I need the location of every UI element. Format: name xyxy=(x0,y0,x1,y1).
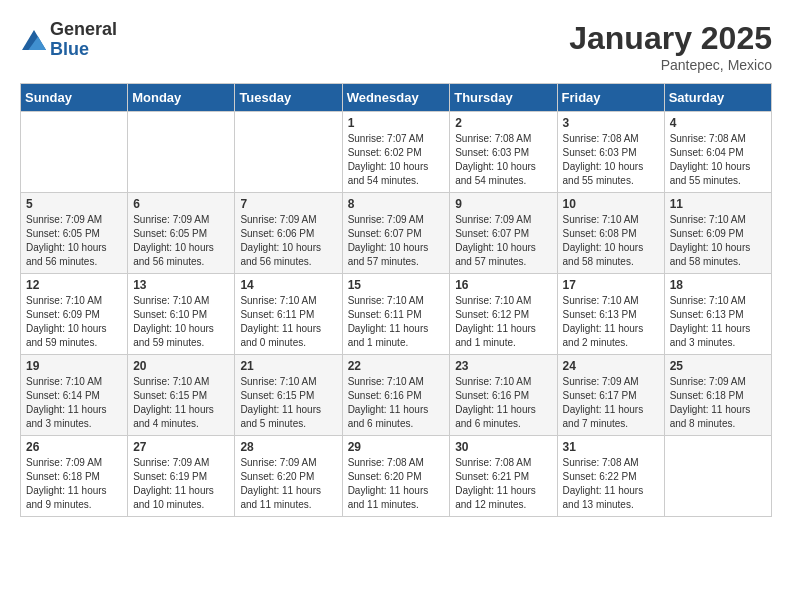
day-number: 2 xyxy=(455,116,551,130)
day-info: Sunrise: 7:09 AM Sunset: 6:19 PM Dayligh… xyxy=(133,456,229,512)
day-info: Sunrise: 7:09 AM Sunset: 6:17 PM Dayligh… xyxy=(563,375,659,431)
day-info: Sunrise: 7:10 AM Sunset: 6:11 PM Dayligh… xyxy=(348,294,445,350)
calendar-cell: 13Sunrise: 7:10 AM Sunset: 6:10 PM Dayli… xyxy=(128,274,235,355)
calendar-week-1: 1Sunrise: 7:07 AM Sunset: 6:02 PM Daylig… xyxy=(21,112,772,193)
calendar-week-5: 26Sunrise: 7:09 AM Sunset: 6:18 PM Dayli… xyxy=(21,436,772,517)
calendar-week-3: 12Sunrise: 7:10 AM Sunset: 6:09 PM Dayli… xyxy=(21,274,772,355)
day-info: Sunrise: 7:07 AM Sunset: 6:02 PM Dayligh… xyxy=(348,132,445,188)
day-number: 9 xyxy=(455,197,551,211)
day-number: 28 xyxy=(240,440,336,454)
weekday-header-wednesday: Wednesday xyxy=(342,84,450,112)
calendar-cell: 15Sunrise: 7:10 AM Sunset: 6:11 PM Dayli… xyxy=(342,274,450,355)
day-info: Sunrise: 7:09 AM Sunset: 6:05 PM Dayligh… xyxy=(26,213,122,269)
calendar-cell: 29Sunrise: 7:08 AM Sunset: 6:20 PM Dayli… xyxy=(342,436,450,517)
logo-blue-text: Blue xyxy=(50,40,117,60)
calendar-cell: 31Sunrise: 7:08 AM Sunset: 6:22 PM Dayli… xyxy=(557,436,664,517)
day-number: 23 xyxy=(455,359,551,373)
calendar-cell: 7Sunrise: 7:09 AM Sunset: 6:06 PM Daylig… xyxy=(235,193,342,274)
day-number: 11 xyxy=(670,197,766,211)
day-info: Sunrise: 7:10 AM Sunset: 6:15 PM Dayligh… xyxy=(133,375,229,431)
calendar-body: 1Sunrise: 7:07 AM Sunset: 6:02 PM Daylig… xyxy=(21,112,772,517)
calendar-header: SundayMondayTuesdayWednesdayThursdayFrid… xyxy=(21,84,772,112)
calendar-cell xyxy=(21,112,128,193)
day-info: Sunrise: 7:08 AM Sunset: 6:04 PM Dayligh… xyxy=(670,132,766,188)
day-number: 17 xyxy=(563,278,659,292)
day-info: Sunrise: 7:09 AM Sunset: 6:20 PM Dayligh… xyxy=(240,456,336,512)
day-number: 15 xyxy=(348,278,445,292)
calendar-cell: 10Sunrise: 7:10 AM Sunset: 6:08 PM Dayli… xyxy=(557,193,664,274)
calendar-cell: 6Sunrise: 7:09 AM Sunset: 6:05 PM Daylig… xyxy=(128,193,235,274)
day-number: 20 xyxy=(133,359,229,373)
day-info: Sunrise: 7:09 AM Sunset: 6:07 PM Dayligh… xyxy=(455,213,551,269)
weekday-header-thursday: Thursday xyxy=(450,84,557,112)
day-number: 16 xyxy=(455,278,551,292)
location-title: Pantepec, Mexico xyxy=(569,57,772,73)
calendar-cell: 16Sunrise: 7:10 AM Sunset: 6:12 PM Dayli… xyxy=(450,274,557,355)
day-number: 26 xyxy=(26,440,122,454)
day-number: 13 xyxy=(133,278,229,292)
calendar-cell: 5Sunrise: 7:09 AM Sunset: 6:05 PM Daylig… xyxy=(21,193,128,274)
weekday-header-sunday: Sunday xyxy=(21,84,128,112)
weekday-header-row: SundayMondayTuesdayWednesdayThursdayFrid… xyxy=(21,84,772,112)
weekday-header-saturday: Saturday xyxy=(664,84,771,112)
day-info: Sunrise: 7:10 AM Sunset: 6:15 PM Dayligh… xyxy=(240,375,336,431)
calendar-week-2: 5Sunrise: 7:09 AM Sunset: 6:05 PM Daylig… xyxy=(21,193,772,274)
day-info: Sunrise: 7:09 AM Sunset: 6:18 PM Dayligh… xyxy=(670,375,766,431)
calendar-cell: 28Sunrise: 7:09 AM Sunset: 6:20 PM Dayli… xyxy=(235,436,342,517)
day-number: 30 xyxy=(455,440,551,454)
day-number: 21 xyxy=(240,359,336,373)
calendar-cell: 19Sunrise: 7:10 AM Sunset: 6:14 PM Dayli… xyxy=(21,355,128,436)
calendar-cell xyxy=(235,112,342,193)
day-info: Sunrise: 7:10 AM Sunset: 6:14 PM Dayligh… xyxy=(26,375,122,431)
day-info: Sunrise: 7:09 AM Sunset: 6:18 PM Dayligh… xyxy=(26,456,122,512)
logo: General Blue xyxy=(20,20,117,60)
logo-general-text: General xyxy=(50,20,117,40)
calendar-cell: 22Sunrise: 7:10 AM Sunset: 6:16 PM Dayli… xyxy=(342,355,450,436)
calendar-cell: 24Sunrise: 7:09 AM Sunset: 6:17 PM Dayli… xyxy=(557,355,664,436)
day-info: Sunrise: 7:10 AM Sunset: 6:09 PM Dayligh… xyxy=(670,213,766,269)
day-number: 7 xyxy=(240,197,336,211)
day-info: Sunrise: 7:08 AM Sunset: 6:20 PM Dayligh… xyxy=(348,456,445,512)
day-info: Sunrise: 7:08 AM Sunset: 6:03 PM Dayligh… xyxy=(455,132,551,188)
calendar-cell: 8Sunrise: 7:09 AM Sunset: 6:07 PM Daylig… xyxy=(342,193,450,274)
calendar-cell: 27Sunrise: 7:09 AM Sunset: 6:19 PM Dayli… xyxy=(128,436,235,517)
day-info: Sunrise: 7:09 AM Sunset: 6:05 PM Dayligh… xyxy=(133,213,229,269)
title-area: January 2025 Pantepec, Mexico xyxy=(569,20,772,73)
calendar-cell: 26Sunrise: 7:09 AM Sunset: 6:18 PM Dayli… xyxy=(21,436,128,517)
calendar-cell: 9Sunrise: 7:09 AM Sunset: 6:07 PM Daylig… xyxy=(450,193,557,274)
calendar-cell: 21Sunrise: 7:10 AM Sunset: 6:15 PM Dayli… xyxy=(235,355,342,436)
calendar-cell: 12Sunrise: 7:10 AM Sunset: 6:09 PM Dayli… xyxy=(21,274,128,355)
day-info: Sunrise: 7:10 AM Sunset: 6:08 PM Dayligh… xyxy=(563,213,659,269)
day-number: 1 xyxy=(348,116,445,130)
day-info: Sunrise: 7:10 AM Sunset: 6:11 PM Dayligh… xyxy=(240,294,336,350)
calendar-cell: 14Sunrise: 7:10 AM Sunset: 6:11 PM Dayli… xyxy=(235,274,342,355)
logo-text: General Blue xyxy=(50,20,117,60)
calendar-cell: 11Sunrise: 7:10 AM Sunset: 6:09 PM Dayli… xyxy=(664,193,771,274)
weekday-header-monday: Monday xyxy=(128,84,235,112)
day-number: 10 xyxy=(563,197,659,211)
calendar-cell: 1Sunrise: 7:07 AM Sunset: 6:02 PM Daylig… xyxy=(342,112,450,193)
month-title: January 2025 xyxy=(569,20,772,57)
calendar: SundayMondayTuesdayWednesdayThursdayFrid… xyxy=(20,83,772,517)
day-number: 5 xyxy=(26,197,122,211)
day-number: 22 xyxy=(348,359,445,373)
calendar-week-4: 19Sunrise: 7:10 AM Sunset: 6:14 PM Dayli… xyxy=(21,355,772,436)
day-number: 3 xyxy=(563,116,659,130)
logo-icon xyxy=(22,30,46,50)
day-number: 24 xyxy=(563,359,659,373)
calendar-cell: 4Sunrise: 7:08 AM Sunset: 6:04 PM Daylig… xyxy=(664,112,771,193)
day-number: 12 xyxy=(26,278,122,292)
day-info: Sunrise: 7:10 AM Sunset: 6:13 PM Dayligh… xyxy=(670,294,766,350)
calendar-cell: 25Sunrise: 7:09 AM Sunset: 6:18 PM Dayli… xyxy=(664,355,771,436)
calendar-cell xyxy=(664,436,771,517)
day-number: 31 xyxy=(563,440,659,454)
page-header: General Blue January 2025 Pantepec, Mexi… xyxy=(20,20,772,73)
day-info: Sunrise: 7:08 AM Sunset: 6:21 PM Dayligh… xyxy=(455,456,551,512)
calendar-cell: 23Sunrise: 7:10 AM Sunset: 6:16 PM Dayli… xyxy=(450,355,557,436)
day-number: 18 xyxy=(670,278,766,292)
day-number: 14 xyxy=(240,278,336,292)
day-info: Sunrise: 7:10 AM Sunset: 6:10 PM Dayligh… xyxy=(133,294,229,350)
day-info: Sunrise: 7:09 AM Sunset: 6:06 PM Dayligh… xyxy=(240,213,336,269)
calendar-cell: 3Sunrise: 7:08 AM Sunset: 6:03 PM Daylig… xyxy=(557,112,664,193)
day-number: 19 xyxy=(26,359,122,373)
